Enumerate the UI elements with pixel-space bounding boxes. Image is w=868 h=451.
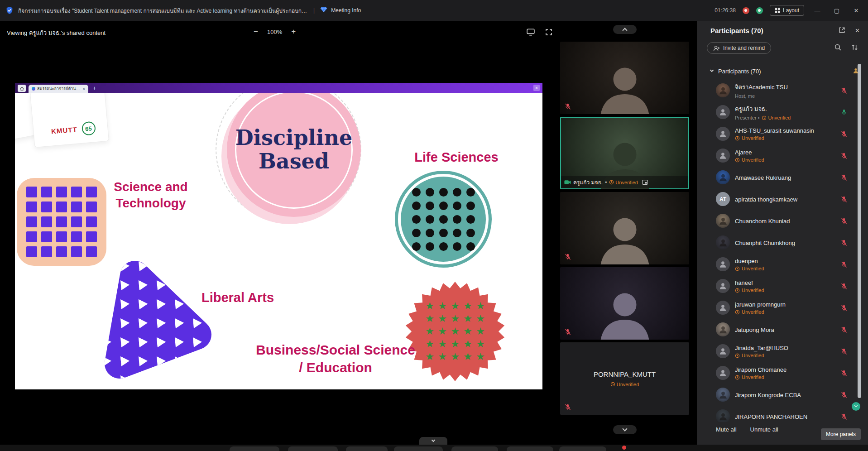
participant-row[interactable]: Chuanchom Khuniad	[697, 210, 868, 232]
participants-group-header[interactable]: Participants (70)	[710, 65, 860, 77]
mic-muted-icon[interactable]	[840, 195, 848, 203]
mic-muted-icon[interactable]	[840, 86, 848, 95]
participant-row[interactable]: Jiraporn Kongrode ECBA	[697, 384, 868, 406]
toolbar-button[interactable]	[394, 446, 443, 451]
mic-area[interactable]	[840, 326, 848, 334]
mic-area[interactable]	[840, 304, 848, 312]
mic-muted-icon[interactable]	[840, 152, 848, 160]
participant-row[interactable]: Jiraporn Chomanee Unverified	[697, 362, 868, 384]
sort-icon[interactable]	[851, 43, 860, 53]
mini-window-icon[interactable]	[642, 180, 648, 185]
mic-muted-icon[interactable]	[840, 413, 848, 421]
hide-toolbar-button[interactable]	[419, 437, 447, 445]
popout-icon[interactable]	[839, 27, 846, 34]
mic-area[interactable]	[840, 152, 848, 160]
mic-muted-icon[interactable]	[840, 260, 848, 269]
participant-row[interactable]: haneef Unverified	[697, 275, 868, 297]
toolbar-button[interactable]	[507, 446, 553, 451]
mic-area[interactable]	[840, 347, 848, 355]
tile-mic-badge[interactable]	[564, 253, 572, 261]
mic-muted-icon[interactable]	[564, 253, 572, 261]
mic-muted-icon[interactable]	[564, 328, 572, 336]
participant-row[interactable]: จิตราAcademic TSU Host, me	[697, 80, 868, 101]
participant-row[interactable]: Ajaree Unverified	[697, 145, 868, 167]
connection-indicator-icon[interactable]	[756, 7, 763, 14]
mic-muted-icon[interactable]	[840, 326, 848, 334]
mic-area[interactable]	[840, 108, 848, 116]
mic-area[interactable]	[840, 413, 848, 421]
mic-muted-icon[interactable]	[840, 282, 848, 290]
video-tile[interactable]	[560, 267, 689, 340]
invite-button[interactable]: Invite and remind	[707, 42, 771, 54]
browser-tab[interactable]: สมรรถนะอาจารย์ด้านวิ... ×	[29, 85, 88, 93]
mic-muted-icon[interactable]	[564, 102, 572, 110]
search-icon[interactable]	[834, 43, 843, 53]
mic-area[interactable]	[840, 195, 848, 203]
mic-area[interactable]	[840, 86, 848, 95]
tile-mic-badge[interactable]	[564, 403, 572, 411]
toolbar-button[interactable]	[559, 446, 606, 451]
scroll-down-button[interactable]	[852, 402, 860, 411]
mic-area[interactable]	[840, 217, 848, 225]
mic-area[interactable]	[840, 369, 848, 377]
layout-button[interactable]: Layout	[770, 5, 804, 16]
participant-row[interactable]: Chuanphit Chumkhong	[697, 232, 868, 254]
maximize-button[interactable]: ▢	[830, 7, 843, 14]
participant-row[interactable]: JIRAPORN PANCHAROEN	[697, 406, 868, 422]
participant-row[interactable]: Jatupong Mora	[697, 319, 868, 341]
scrollbar[interactable]	[858, 64, 861, 398]
toolbar-button[interactable]	[230, 446, 279, 451]
mic-muted-icon[interactable]	[840, 347, 848, 355]
recording-indicator-icon[interactable]	[743, 7, 749, 14]
zoom-out-button[interactable]: −	[250, 26, 262, 38]
scroll-videos-up-button[interactable]	[613, 25, 637, 34]
mic-muted-icon[interactable]	[840, 304, 848, 312]
participant-row[interactable]: AT apiratda thongkamkaew	[697, 188, 868, 210]
mic-muted-icon[interactable]	[564, 403, 572, 411]
meeting-info-button[interactable]: Meeting Info	[331, 7, 361, 14]
zoom-in-button[interactable]: +	[288, 26, 299, 38]
mic-area[interactable]	[840, 391, 848, 399]
browser-close-icon[interactable]: ×	[533, 85, 540, 91]
participant-row[interactable]: duenpen Unverified	[697, 254, 868, 275]
video-tile[interactable]	[560, 192, 689, 264]
close-panel-icon[interactable]: ✕	[855, 27, 860, 34]
change-view-icon[interactable]	[525, 27, 536, 38]
mic-on-icon[interactable]	[840, 108, 848, 116]
toolbar-button[interactable]	[451, 446, 498, 451]
mic-muted-icon[interactable]	[840, 217, 848, 225]
video-tile-active-speaker[interactable]: ครูแก้ว มจธ. • Unverified	[560, 117, 689, 189]
browser-home-icon[interactable]	[18, 85, 26, 92]
mic-muted-icon[interactable]	[840, 391, 848, 399]
participant-row[interactable]: jaruwan promngurn Unverified	[697, 297, 868, 319]
mic-area[interactable]	[840, 239, 848, 247]
mic-area[interactable]	[840, 130, 848, 138]
mute-all-button[interactable]: Mute all	[716, 426, 737, 433]
tile-mic-badge[interactable]	[564, 102, 572, 110]
close-button[interactable]: ✕	[850, 7, 863, 14]
tile-mic-badge[interactable]	[564, 328, 572, 336]
star-icon: ★	[476, 339, 485, 349]
fullscreen-icon[interactable]	[543, 27, 554, 38]
mic-area[interactable]	[840, 260, 848, 269]
mic-area[interactable]	[840, 173, 848, 182]
participant-row[interactable]: ครูแก้ว มจธ. Presenter • Unverified	[697, 101, 868, 123]
participant-text: Jinatda_Tar@HUSO Unverified	[735, 341, 835, 362]
new-tab-button[interactable]: +	[93, 85, 96, 91]
scroll-videos-down-button[interactable]	[613, 425, 637, 434]
mic-muted-icon[interactable]	[840, 130, 848, 138]
mic-area[interactable]	[840, 282, 848, 290]
toolbar-button[interactable]	[288, 446, 338, 451]
video-tile[interactable]	[560, 42, 689, 114]
participant-row[interactable]: Jinatda_Tar@HUSO Unverified	[697, 341, 868, 362]
mic-muted-icon[interactable]	[840, 369, 848, 377]
minimize-button[interactable]: —	[811, 7, 824, 14]
mic-muted-icon[interactable]	[840, 173, 848, 182]
video-tile[interactable]: PORNNIPA_KMUTT Unverified	[560, 342, 689, 415]
participant-row[interactable]: Amawasee Rukruang	[697, 167, 868, 188]
tab-close-icon[interactable]: ×	[82, 86, 85, 91]
unmute-all-button[interactable]: Unmute all	[750, 426, 778, 433]
participant-row[interactable]: AHS-TSU_surasit suwannasin Unverified	[697, 123, 868, 145]
mic-muted-icon[interactable]	[840, 239, 848, 247]
toolbar-button[interactable]	[346, 446, 388, 451]
